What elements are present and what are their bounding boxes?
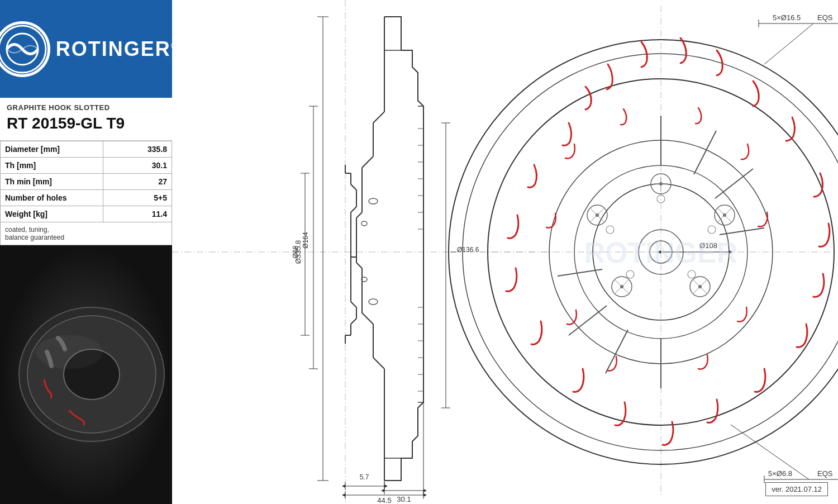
main-drawing-area: Ø335.8 Ø164 Ø68 Ø136.6 30.1 44.5 bbox=[172, 0, 838, 504]
spec-row: Th min [mm]27 bbox=[1, 173, 172, 189]
eqs-bottom-label: EQS bbox=[817, 469, 833, 478]
eqs-top-label: EQS bbox=[817, 13, 833, 22]
svg-text:Ø68: Ø68 bbox=[292, 245, 299, 258]
brand-label: ROTINGER bbox=[56, 37, 171, 60]
left-panel: ROTINGER® GRAPHITE HOOK SLOTTED RT 20159… bbox=[0, 0, 172, 504]
svg-point-5 bbox=[36, 335, 103, 369]
spec-label: Diameter [mm] bbox=[1, 141, 103, 157]
spec-row: Diameter [mm]335.8 bbox=[1, 141, 172, 157]
product-code: RT 20159-GL T9 bbox=[7, 115, 165, 132]
spec-value: 335.8 bbox=[103, 141, 172, 157]
logo-area: ROTINGER® bbox=[0, 0, 172, 98]
version-box: ver. 2021.07.12 bbox=[765, 482, 828, 496]
spec-value: 5+5 bbox=[103, 189, 172, 206]
spec-value: 30.1 bbox=[103, 157, 172, 173]
product-type: GRAPHITE HOOK SLOTTED bbox=[7, 103, 165, 112]
spec-label: Th [mm] bbox=[1, 157, 103, 173]
spec-row: Weight [kg]11.4 bbox=[1, 206, 172, 222]
holes-bottom-label: 5×Ø6.8 bbox=[768, 469, 792, 478]
dim-57-label: 5.7 bbox=[360, 473, 369, 481]
spec-value: 11.4 bbox=[103, 206, 172, 222]
spec-value: 27 bbox=[103, 173, 172, 189]
svg-text:Ø136.6: Ø136.6 bbox=[457, 246, 479, 254]
product-photo-inner bbox=[0, 245, 172, 504]
specs-note: coated, tuning,balance guaranteed bbox=[0, 222, 172, 245]
logo-container: ROTINGER® bbox=[0, 21, 178, 77]
dim-44-label: 44.5 bbox=[377, 496, 391, 504]
spec-label: Weight [kg] bbox=[1, 206, 103, 222]
info-section: GRAPHITE HOOK SLOTTED RT 20159-GL T9 bbox=[0, 98, 172, 141]
spec-label: Th min [mm] bbox=[1, 173, 103, 189]
watermark: ROTINGER bbox=[584, 236, 737, 269]
svg-text:Ø164: Ø164 bbox=[302, 232, 310, 249]
disc-photo-svg bbox=[2, 302, 170, 447]
technical-drawing-svg: Ø335.8 Ø164 Ø68 Ø136.6 30.1 44.5 bbox=[172, 0, 838, 504]
spec-row: Th [mm]30.1 bbox=[1, 157, 172, 173]
specs-table: Diameter [mm]335.8Th [mm]30.1Th min [mm]… bbox=[0, 141, 172, 222]
spec-row: Number of holes5+5 bbox=[1, 189, 172, 206]
logo-circle-icon bbox=[0, 21, 50, 77]
spec-label: Number of holes bbox=[1, 189, 103, 206]
version-label: ver. 2021.07.12 bbox=[772, 485, 822, 493]
product-photo bbox=[0, 245, 172, 504]
logo-text: ROTINGER® bbox=[56, 39, 178, 59]
brand-name: ROTINGER® bbox=[56, 39, 178, 59]
dim-30-label: 30.1 bbox=[397, 495, 411, 503]
holes-top-label: 5×Ø16.5 bbox=[773, 13, 801, 22]
